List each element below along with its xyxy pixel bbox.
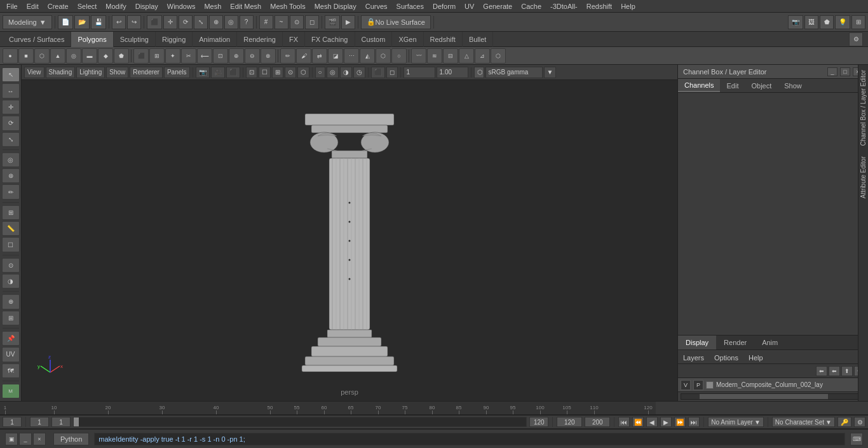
vp-toggle4[interactable]: ◷	[353, 67, 365, 78]
range-start[interactable]	[557, 417, 582, 427]
tab-sculpting[interactable]: Sculpting	[114, 32, 156, 47]
tab-curves-surfaces[interactable]: Curves / Surfaces	[3, 32, 71, 47]
vp-wireframe-btn[interactable]: ◻	[386, 67, 398, 78]
autokey-btn[interactable]: 🔑	[837, 417, 851, 427]
tab-animation[interactable]: Animation	[193, 32, 237, 47]
shelf-bool-diff[interactable]: ⊖	[245, 48, 260, 64]
vp-xray-btn[interactable]: ⬛	[371, 67, 385, 78]
snap-curve-btn[interactable]: ~	[275, 15, 288, 29]
vp-shading-menu[interactable]: Shading	[46, 67, 76, 78]
menu-mesh[interactable]: Mesh	[200, 1, 225, 11]
render-btn[interactable]: 🎬	[325, 15, 340, 29]
shelf-reduce[interactable]: △	[459, 48, 474, 64]
layer-row[interactable]: V P Modern_Composite_Column_002_lay	[678, 378, 868, 392]
shelf-poke[interactable]: ⬡	[376, 48, 391, 64]
skip-to-end-btn[interactable]: ⏭	[688, 417, 700, 427]
anim-layer-dropdown[interactable]: No Anim Layer ▼	[708, 417, 764, 427]
tab-redshift[interactable]: Redshift	[424, 32, 463, 47]
vp-colorspace-btn[interactable]: ⬡	[474, 67, 484, 78]
shelf-cone[interactable]: ▲	[50, 48, 65, 64]
select-btn[interactable]: ⬛	[147, 15, 162, 29]
tab-rigging[interactable]: Rigging	[156, 32, 193, 47]
rotate-btn[interactable]: ⟳	[179, 15, 193, 29]
tool-measure[interactable]: 📏	[2, 221, 20, 236]
shelf-extrude[interactable]: ⬛	[133, 48, 149, 64]
skip-to-start-btn[interactable]: ⏮	[618, 417, 630, 427]
shelf-crease[interactable]: ≋	[427, 48, 442, 64]
tool-grid[interactable]: ⊞	[2, 311, 20, 325]
help-line-btn[interactable]: ?	[240, 15, 254, 29]
soft-select-btn[interactable]: ◎	[224, 15, 238, 29]
channel-tab-edit[interactable]: Edit	[720, 79, 745, 92]
tool-maya-logo[interactable]: M	[2, 384, 20, 398]
menu-mesh-tools[interactable]: Mesh Tools	[266, 1, 309, 11]
tool-annotation[interactable]: ☐	[2, 237, 20, 252]
dr-tab-anim[interactable]: Anim	[754, 336, 785, 350]
tool-show-hide[interactable]: ⊙	[2, 258, 20, 273]
menu-surfaces[interactable]: Surfaces	[393, 1, 428, 11]
viewport-canvas[interactable]: x y z persp	[22, 80, 677, 401]
snap-grid-btn[interactable]: #	[259, 15, 273, 29]
snap-point-btn[interactable]: ⊙	[290, 15, 304, 29]
redo-btn[interactable]: ↪	[127, 15, 141, 29]
workspace-dropdown[interactable]: Modeling ▼	[3, 15, 52, 29]
channel-tab-channels[interactable]: Channels	[678, 79, 720, 92]
menu-edit-mesh[interactable]: Edit Mesh	[226, 1, 265, 11]
channel-box-minimize[interactable]: _	[827, 67, 837, 76]
vp-panels-menu[interactable]: Panels	[164, 67, 190, 78]
shelf-paint[interactable]: 🖌	[296, 48, 311, 64]
scale-btn[interactable]: ⤡	[194, 15, 208, 29]
vp-toggle2[interactable]: ◎	[327, 67, 339, 78]
shelf-split[interactable]: ✦	[165, 48, 180, 64]
menu-windows[interactable]: Windows	[163, 1, 200, 11]
layer-help-menu[interactable]: Help	[746, 353, 766, 363]
vp-renderer-menu[interactable]: Renderer	[130, 67, 163, 78]
character-set-dropdown[interactable]: No Character Set ▼	[772, 417, 835, 427]
shelf-special2[interactable]: ⬟	[114, 48, 129, 64]
vp-show-menu[interactable]: Show	[106, 67, 128, 78]
move-btn[interactable]: ✛	[163, 15, 177, 29]
shelf-bool-int[interactable]: ⊗	[261, 48, 276, 64]
tool-paint[interactable]: ✏	[2, 184, 20, 199]
tool-rotate[interactable]: ⟳	[2, 116, 20, 130]
tool-isolate[interactable]: ◑	[2, 274, 20, 288]
layer-btn-3[interactable]: ⬆	[841, 366, 853, 376]
vp-lighting-menu[interactable]: Lighting	[76, 67, 105, 78]
vp-cam2[interactable]: 🎥	[211, 67, 225, 78]
vp-sel2[interactable]: ☐	[259, 67, 271, 78]
vp-sel3[interactable]: ⊞	[272, 67, 283, 78]
snap-view-btn[interactable]: ◻	[305, 15, 319, 29]
channel-tab-object[interactable]: Object	[745, 79, 778, 92]
layer-visibility-btn[interactable]: V	[681, 380, 691, 390]
tab-bullet[interactable]: Bullet	[463, 32, 494, 47]
new-file-btn[interactable]: 📄	[58, 15, 73, 29]
tool-transform[interactable]: ↔	[2, 83, 20, 98]
menu-uv[interactable]: UV	[461, 1, 478, 11]
tool-map[interactable]: 🗺	[2, 363, 20, 378]
tool-soft[interactable]: ◎	[2, 153, 20, 167]
menu-3dtoall[interactable]: -3DtoAll-	[546, 1, 581, 11]
open-file-btn[interactable]: 📂	[74, 15, 90, 29]
side-tab-channel-box[interactable]: Channel Box / Layer Editor	[858, 65, 868, 151]
menu-edit[interactable]: Edit	[23, 1, 43, 11]
shader-btn[interactable]: ⬟	[820, 15, 834, 29]
tab-fx-caching[interactable]: FX Caching	[305, 32, 355, 47]
layer-color-swatch[interactable]	[706, 381, 714, 389]
layer-playback-btn[interactable]: P	[693, 380, 703, 390]
vp-gamma-dropdown[interactable]: sRGB gamma	[485, 67, 543, 78]
next-frame-btn[interactable]: ⏩	[674, 417, 686, 427]
shelf-cut[interactable]: ✂	[181, 48, 196, 64]
vp-cam3[interactable]: ⬛	[226, 67, 240, 78]
layer-scrollbar[interactable]	[681, 393, 865, 400]
command-line[interactable]: makeIdentity -apply true -t 1 -r 1 -s 1 …	[94, 433, 845, 445]
current-frame-field[interactable]	[3, 417, 22, 427]
layer-btn-1[interactable]: ⬅	[816, 366, 827, 376]
prev-frame-btn[interactable]: ⏪	[632, 417, 644, 427]
menu-mesh-display[interactable]: Mesh Display	[311, 1, 360, 11]
menu-help[interactable]: Help	[617, 1, 639, 11]
menu-cache[interactable]: Cache	[517, 1, 545, 11]
options-menu[interactable]: Options	[712, 353, 741, 363]
vp-cam-btn[interactable]: 📷	[196, 67, 210, 78]
undo-btn[interactable]: ↩	[112, 15, 126, 29]
layers-menu[interactable]: Layers	[681, 353, 707, 363]
